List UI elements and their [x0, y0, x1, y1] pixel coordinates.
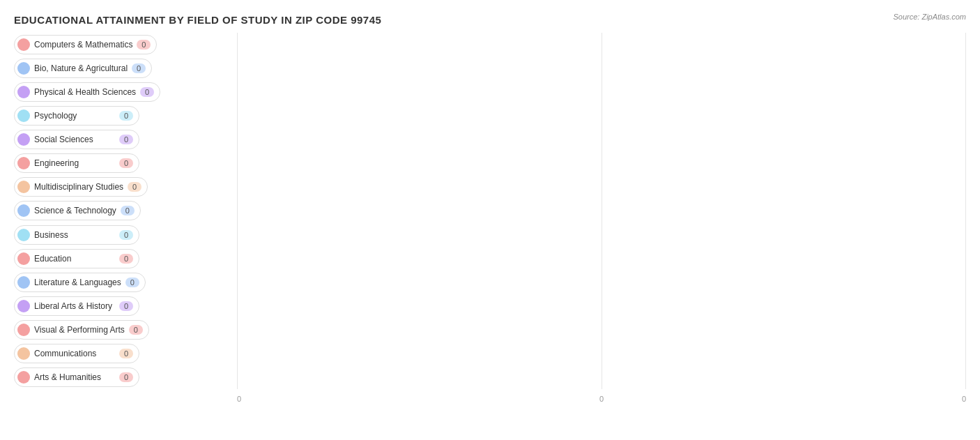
bar-color-dot	[17, 86, 30, 98]
bar-color-dot	[17, 371, 30, 384]
bar-label-text: Engineering	[34, 158, 115, 168]
bar-color-dot	[17, 62, 30, 75]
bar-label-container: Engineering0	[14, 153, 139, 173]
bar-row: Science & Technology0	[14, 199, 237, 222]
bar-value-badge: 0	[140, 87, 154, 97]
bar-row: Arts & Humanities0	[14, 365, 237, 389]
bar-label-text: Science & Technology	[34, 206, 116, 215]
bar-row: Bio, Nature & Agricultural0	[14, 56, 237, 80]
bar-label-container: Physical & Health Sciences0	[14, 82, 160, 102]
bar-row: Business0	[14, 223, 237, 247]
bar-color-dot	[17, 181, 30, 193]
bar-color-dot	[17, 133, 30, 146]
x-label-2: 0	[962, 395, 966, 403]
bar-color-dot	[17, 324, 30, 336]
bar-value-badge: 0	[119, 158, 133, 168]
bar-value-badge: 0	[119, 254, 133, 264]
bar-value-badge: 0	[137, 40, 151, 50]
bar-row: Communications0	[14, 342, 237, 365]
x-label-1: 0	[599, 395, 604, 403]
bar-value-badge: 0	[119, 301, 133, 311]
bar-label-container: Bio, Nature & Agricultural0	[14, 59, 152, 78]
bar-label-text: Social Sciences	[34, 135, 115, 144]
bar-value-badge: 0	[119, 372, 133, 382]
bar-color-dot	[17, 204, 30, 217]
bar-row: Liberal Arts & History0	[14, 294, 237, 318]
bar-label-text: Arts & Humanities	[34, 372, 115, 382]
bar-color-dot	[17, 276, 30, 289]
bar-row: Psychology0	[14, 104, 237, 128]
bar-label-container: Business0	[14, 225, 139, 245]
bar-color-dot	[17, 347, 30, 360]
bar-row: Computers & Mathematics0	[14, 33, 237, 56]
chart-title: EDUCATIONAL ATTAINMENT BY FIELD OF STUDY…	[14, 14, 966, 26]
bar-color-dot	[17, 229, 30, 241]
bar-label-container: Liberal Arts & History0	[14, 296, 139, 316]
bar-color-dot	[17, 38, 30, 51]
chart-container: EDUCATIONAL ATTAINMENT BY FIELD OF STUDY…	[0, 0, 980, 440]
bar-value-badge: 0	[119, 230, 133, 240]
bar-value-badge: 0	[125, 278, 139, 287]
bar-label-container: Education0	[14, 249, 139, 268]
bar-label-container: Science & Technology0	[14, 201, 141, 220]
bar-row: Physical & Health Sciences0	[14, 80, 237, 104]
bar-color-dot	[17, 109, 30, 122]
bar-value-badge: 0	[119, 349, 133, 358]
bar-value-badge: 0	[119, 135, 133, 144]
bar-value-badge: 0	[121, 206, 135, 215]
bar-label-container: Multidisciplinary Studies0	[14, 177, 148, 197]
grid-lines	[237, 33, 966, 389]
bar-label-text: Computers & Mathematics	[34, 40, 132, 50]
source-label: Source: ZipAtlas.com	[893, 13, 966, 21]
chart-area: Computers & Mathematics0Bio, Nature & Ag…	[14, 33, 966, 403]
bar-row: Multidisciplinary Studies0	[14, 175, 237, 199]
bar-label-text: Physical & Health Sciences	[34, 87, 136, 97]
bar-label-text: Education	[34, 254, 115, 264]
grid-line-3	[965, 33, 966, 389]
bar-label-text: Business	[34, 230, 115, 240]
bar-value-badge: 0	[129, 325, 143, 335]
bar-label-text: Liberal Arts & History	[34, 301, 115, 311]
bar-color-dot	[17, 300, 30, 312]
bar-row: Social Sciences0	[14, 128, 237, 151]
bar-label-container: Computers & Mathematics0	[14, 35, 157, 54]
bar-label-text: Literature & Languages	[34, 278, 121, 287]
bar-label-container: Psychology0	[14, 106, 139, 126]
bar-label-container: Visual & Performing Arts0	[14, 320, 149, 340]
bar-label-text: Psychology	[34, 111, 115, 121]
bars-section: Computers & Mathematics0Bio, Nature & Ag…	[14, 33, 237, 403]
x-axis-labels: 0 0 0	[237, 395, 966, 403]
bar-row: Visual & Performing Arts0	[14, 318, 237, 342]
bar-label-container: Communications0	[14, 344, 139, 363]
grid-line-1	[237, 33, 238, 389]
bar-value-badge: 0	[128, 182, 141, 192]
grid-line-2	[602, 33, 602, 389]
bar-label-container: Social Sciences0	[14, 130, 139, 149]
bar-row: Education0	[14, 247, 237, 271]
bar-color-dot	[17, 252, 30, 265]
bar-label-text: Visual & Performing Arts	[34, 325, 125, 335]
bar-label-text: Multidisciplinary Studies	[34, 182, 123, 192]
bar-value-badge: 0	[132, 63, 146, 73]
bar-label-text: Communications	[34, 349, 115, 358]
bar-value-badge: 0	[119, 111, 133, 121]
bar-label-container: Literature & Languages0	[14, 273, 146, 292]
grid-section: 0 0 0	[237, 33, 966, 403]
bar-row: Literature & Languages0	[14, 271, 237, 294]
bar-label-text: Bio, Nature & Agricultural	[34, 63, 128, 73]
bar-label-container: Arts & Humanities0	[14, 367, 139, 387]
bar-color-dot	[17, 157, 30, 169]
bar-row: Engineering0	[14, 151, 237, 175]
x-label-0: 0	[237, 395, 241, 403]
